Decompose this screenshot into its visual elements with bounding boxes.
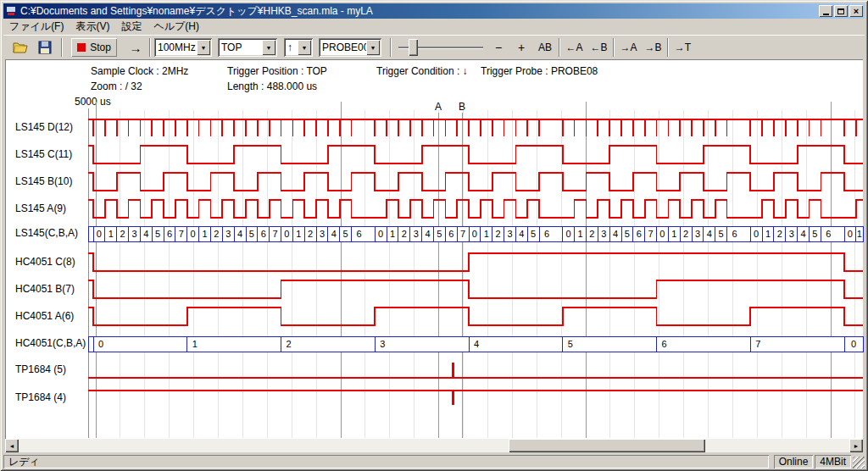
app-icon: [5, 5, 17, 17]
set-marker-b-button[interactable]: →B: [642, 38, 665, 57]
toolbar-separator: [559, 38, 560, 57]
channel-label: LS145 A(9): [15, 202, 92, 214]
app-window: C:¥Documents and Settings¥noname¥デスクトップ¥…: [0, 0, 868, 471]
channel-label: LS145 D(12): [15, 121, 92, 133]
channel-label: TP1684 (4): [15, 391, 92, 403]
status-bar: レディ Online 4MBit: [3, 455, 865, 468]
save-button[interactable]: [34, 38, 56, 57]
open-folder-icon: [13, 41, 30, 54]
window-title: C:¥Documents and Settings¥noname¥デスクトップ¥…: [20, 4, 817, 19]
trigger-edge-value: ↑: [287, 42, 292, 53]
status-online: Online: [774, 455, 814, 468]
scrollbar-thumb[interactable]: [509, 439, 705, 452]
status-ready: レディ: [3, 455, 769, 468]
trigger-edge-select[interactable]: ↑ ▼: [284, 38, 313, 57]
sample-clock-value: 100MHz: [158, 42, 196, 53]
maximize-button[interactable]: [834, 5, 848, 17]
toolbar-separator: [667, 38, 669, 57]
channel-label: HC4051 B(7): [15, 283, 92, 295]
zoom-in-button[interactable]: +: [511, 38, 531, 57]
menu-view[interactable]: 表示(V): [70, 19, 115, 35]
toolbar-separator: [390, 38, 392, 57]
trigger-probe-info: Trigger Probe : PROBE08: [481, 65, 598, 77]
zoom-ab-button[interactable]: AB: [534, 38, 556, 57]
close-icon: ×: [854, 7, 859, 15]
chevron-down-icon[interactable]: ▼: [197, 40, 210, 55]
minimize-icon: [823, 14, 829, 15]
channel-label: HC4051 C(8): [15, 256, 92, 268]
channel-label: HC4051 A(6): [15, 310, 92, 322]
resize-grip[interactable]: [853, 457, 865, 468]
goto-trigger-button[interactable]: →T: [671, 38, 694, 57]
channel-label: TP1684 (5): [15, 363, 92, 375]
save-floppy-icon: [38, 41, 52, 54]
chevron-down-icon[interactable]: ▼: [298, 40, 311, 55]
menu-file[interactable]: ファイル(F): [3, 19, 70, 35]
stop-button[interactable]: Stop: [71, 38, 117, 57]
maximize-icon: [837, 8, 844, 14]
toolbar-separator: [613, 38, 615, 57]
toolbar: Stop → 100MHz ▼ TOP ▼ ↑ ▼ PROBE00 ▼ − + …: [3, 35, 865, 58]
trigger-position-select[interactable]: TOP ▼: [218, 38, 277, 57]
chevron-down-icon[interactable]: ▼: [262, 40, 275, 55]
close-button[interactable]: ×: [849, 5, 863, 17]
trigger-probe-value: PROBE00: [322, 42, 369, 53]
sample-clock-info: Sample Clock : 2MHz: [91, 65, 188, 77]
trigger-position-value: TOP: [221, 42, 242, 53]
zoom-info: Zoom : / 32: [91, 80, 142, 92]
stop-label: Stop: [90, 42, 111, 53]
toolbar-separator: [149, 38, 151, 57]
set-marker-a-button[interactable]: →A: [617, 38, 640, 57]
title-bar[interactable]: C:¥Documents and Settings¥noname¥デスクトップ¥…: [3, 3, 865, 19]
zoom-out-button[interactable]: −: [488, 38, 509, 57]
trigger-condition-info: Trigger Condition : ↓: [376, 65, 468, 77]
trigger-probe-select[interactable]: PROBE00 ▼: [319, 38, 381, 57]
scroll-right-button[interactable]: ►: [849, 439, 863, 452]
stop-icon: [77, 43, 86, 52]
toolbar-separator: [61, 38, 63, 57]
menu-bar: ファイル(F) 表示(V) 設定 ヘルプ(H): [3, 19, 865, 34]
timescale-label: 5000 us: [75, 96, 111, 108]
chevron-down-icon[interactable]: ▼: [366, 40, 380, 55]
open-file-button[interactable]: [10, 38, 32, 57]
length-info: Length : 488.000 us: [227, 80, 317, 92]
waveform-client-area: Sample Clock : 2MHz Trigger Position : T…: [5, 59, 863, 439]
trigger-position-info: Trigger Position : TOP: [227, 65, 327, 77]
menu-help[interactable]: ヘルプ(H): [147, 19, 205, 35]
minimize-button[interactable]: [819, 5, 832, 17]
status-memory: 4MBit: [815, 455, 851, 468]
horizontal-scrollbar[interactable]: ◄ ►: [5, 439, 863, 452]
channel-label: HC4051(C,B,A): [15, 337, 92, 349]
zoom-slider-thumb[interactable]: [409, 39, 418, 56]
zoom-slider[interactable]: [398, 38, 483, 57]
channel-label: LS145 B(10): [15, 175, 92, 187]
channel-label: LS145 C(11): [15, 148, 92, 160]
goto-marker-a-button[interactable]: ←A: [563, 38, 586, 57]
channel-label: LS145(C,B,A): [15, 227, 92, 239]
sample-clock-select[interactable]: 100MHz ▼: [154, 38, 212, 57]
scroll-left-button[interactable]: ◄: [5, 439, 19, 452]
menu-settings[interactable]: 設定: [115, 19, 147, 35]
run-button[interactable]: →: [124, 38, 147, 57]
goto-marker-b-button[interactable]: ←B: [587, 38, 610, 57]
